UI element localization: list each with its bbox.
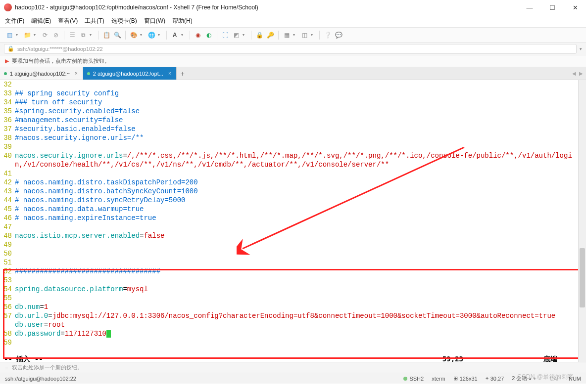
cursor-icon: ⌖ (486, 375, 488, 382)
menu-tools[interactable]: 工具(T) (85, 17, 104, 25)
code-line (15, 240, 578, 249)
code-line: nacos.security.ignore.urls=/,/**/*.css,/… (15, 151, 578, 169)
open-icon[interactable]: 📁 (23, 31, 32, 40)
tab-close-icon[interactable]: × (75, 71, 78, 76)
fullscreen-icon[interactable]: ⛶ (221, 31, 230, 40)
minimize-button[interactable]: — (523, 2, 537, 13)
split-icon[interactable]: ◫ (300, 31, 309, 40)
copy-icon[interactable]: ⧉ (79, 31, 88, 40)
tab-add-button[interactable]: + (177, 67, 189, 80)
find-icon[interactable]: 🔍 (113, 31, 122, 40)
line-number: 36 (0, 116, 12, 125)
status-dot-icon (87, 72, 90, 75)
text-cursor (106, 330, 111, 338)
code-line (15, 222, 578, 231)
address-input[interactable]: 🔒 ssh://atguigu:******@hadoop102:22 (4, 44, 577, 54)
line-number: 44 (0, 196, 12, 205)
line-number: 33 (0, 89, 12, 98)
lock-icon[interactable]: 🔒 (255, 31, 264, 40)
status-protocol: SSH2 (409, 376, 424, 382)
tab-next-icon[interactable]: ▶ (579, 71, 583, 76)
grid-icon: ⊞ (453, 375, 458, 382)
color-icon[interactable]: 🎨 (129, 31, 138, 40)
flag-icon: ▶ (5, 58, 9, 64)
line-number: 49 (0, 240, 12, 249)
help-icon[interactable]: ❔ (323, 31, 332, 40)
code-line (15, 276, 578, 285)
disconnect-icon[interactable]: ⊘ (51, 31, 60, 40)
menu-edit[interactable]: 编辑(E) (31, 17, 51, 25)
reconnect-icon[interactable]: ⟳ (41, 31, 49, 40)
close-button[interactable]: ✕ (568, 2, 582, 13)
scrollbar-thumb[interactable] (580, 248, 585, 307)
tabbar: 1 atguigu@hadoop102:~ × 2 atguigu@hadoop… (0, 67, 586, 80)
maximize-button[interactable]: ☐ (545, 2, 559, 13)
swirl-icon[interactable]: ◉ (194, 31, 202, 40)
vim-mode: -- 插入 -- (4, 354, 43, 362)
line-number: 37 (0, 125, 12, 133)
code-line (15, 142, 578, 151)
lock-small-icon: 🔒 (7, 45, 14, 52)
code-line (15, 249, 578, 258)
code-line: db.user=root (15, 320, 578, 329)
chat-icon[interactable]: 💬 (334, 31, 343, 40)
vim-statusline: -- 插入 -- 59,23 底端 (4, 354, 582, 362)
status-term: xterm (432, 376, 445, 382)
statusbar: ssh://atguigu@hadoop102:22 SSH2 xterm ⊞1… (0, 373, 586, 384)
code-line: db.url.0=jdbc:mysql://127.0.0.1:3306/nac… (15, 311, 578, 320)
menu-help[interactable]: 帮助(H) (172, 17, 193, 25)
tab-1[interactable]: 1 atguigu@hadoop102:~ × (0, 67, 83, 80)
layout-icon[interactable]: ▦ (282, 31, 291, 40)
address-drop-icon[interactable]: ▾ (580, 46, 582, 51)
hintbar: ▶ 要添加当前会话，点击左侧的箭头按钮。 (0, 55, 586, 67)
font-icon[interactable]: A (170, 31, 179, 40)
code-line: #nacos.security.ignore.urls=/** (15, 133, 578, 142)
transparent-icon[interactable]: ◩ (232, 31, 241, 40)
tab-2[interactable]: 2 atguigu@hadoop102:/opt... × (83, 67, 177, 80)
line-number: 55 (0, 294, 12, 303)
line-number: 43 (0, 187, 12, 196)
line-number: 50 (0, 249, 12, 258)
line-number: 56 (0, 303, 12, 311)
scrollbar[interactable] (578, 80, 586, 362)
line-number: 45 (0, 205, 12, 214)
line-number: 58 (0, 329, 12, 338)
line-number: 57 (0, 311, 12, 320)
code-line: #management.security=false (15, 116, 578, 125)
tab-2-label: 2 atguigu@hadoop102:/opt... (93, 71, 163, 77)
menu-file[interactable]: 文件(F) (5, 17, 24, 25)
key-icon[interactable]: 🔑 (266, 31, 275, 40)
line-number: 38 (0, 133, 12, 142)
line-number: 46 (0, 214, 12, 222)
address-text: ssh://atguigu:******@hadoop102:22 (17, 46, 103, 52)
status-cursor: 30,27 (490, 376, 504, 382)
menu-icon[interactable]: ≡ (5, 365, 8, 371)
menu-window[interactable]: 窗口(W) (144, 17, 165, 25)
line-number: 53 (0, 276, 12, 285)
properties-icon[interactable]: ☰ (68, 31, 77, 40)
circle-icon[interactable]: ◐ (204, 31, 213, 40)
code-line: # nacos.naming.expireInstance=true (15, 214, 578, 222)
code-line: nacos.istio.mcp.server.enabled=false (15, 231, 578, 240)
line-number: 32 (0, 80, 12, 89)
code-line: spring.datasource.platform=mysql (15, 285, 578, 294)
line-number: 48 (0, 231, 12, 240)
code-area[interactable]: ## spring security config### turn off se… (15, 80, 586, 347)
line-number: 35 (0, 107, 12, 116)
menu-tabs[interactable]: 选项卡(B) (111, 17, 137, 25)
paste-icon[interactable]: 📋 (102, 31, 111, 40)
tab-close-icon[interactable]: × (168, 71, 171, 76)
new-session-icon[interactable]: ▥ (5, 31, 14, 40)
status-path: ssh://atguigu@hadoop102:22 (5, 376, 76, 382)
code-line: db.password=1171127310 (15, 329, 578, 338)
line-number: 42 (0, 178, 12, 187)
line-number: 54 (0, 285, 12, 294)
code-line: # nacos.naming.distro.taskDispatchPeriod… (15, 178, 578, 187)
code-line: db.num=1 (15, 303, 578, 311)
watermark: CSDN @最後的刺客 (517, 373, 574, 381)
terminal-editor[interactable]: 323334353637383940 414243444546474849505… (0, 80, 586, 362)
code-line (15, 294, 578, 303)
menu-view[interactable]: 查看(V) (58, 17, 78, 25)
globe-icon[interactable]: 🌐 (147, 31, 156, 40)
tab-prev-icon[interactable]: ◀ (572, 71, 576, 76)
